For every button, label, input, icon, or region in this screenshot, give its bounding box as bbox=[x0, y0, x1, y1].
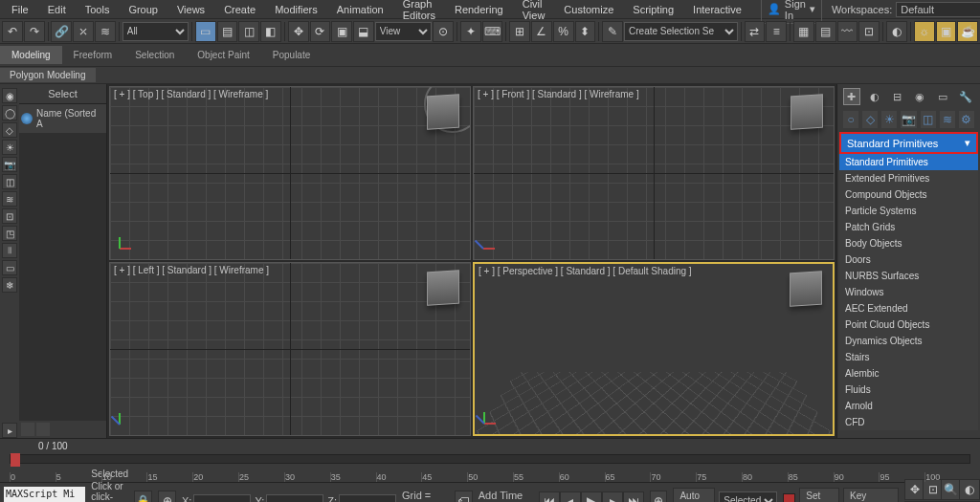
select-manipulate-button[interactable]: ✦ bbox=[460, 21, 481, 42]
time-ruler[interactable]: 0510152025303540455055606570758085909510… bbox=[0, 467, 980, 482]
fov-icon[interactable]: ◐ bbox=[959, 479, 980, 500]
snap-toggle-button[interactable]: ⊞ bbox=[509, 21, 530, 42]
viewport-persp-label[interactable]: [ + ] [ Perspective ] [ Standard ] [ Def… bbox=[479, 266, 692, 276]
list-item-standard-primitives[interactable]: Standard Primitives bbox=[839, 154, 978, 170]
render-setup-button[interactable]: ☼ bbox=[914, 21, 935, 42]
viewport-front[interactable]: [ + ] [ Front ] [ Standard ] [ Wireframe… bbox=[473, 86, 835, 260]
menu-scripting[interactable]: Scripting bbox=[625, 2, 681, 17]
menu-tools[interactable]: Tools bbox=[78, 2, 118, 17]
menu-civil-view[interactable]: Civil View bbox=[515, 0, 553, 23]
set-key-indicator[interactable] bbox=[783, 493, 795, 503]
scale-button[interactable]: ▣ bbox=[331, 21, 352, 42]
ref-coord-system[interactable]: View bbox=[375, 22, 432, 41]
list-item-doors[interactable]: Doors bbox=[839, 251, 978, 268]
create-tab[interactable]: ✚ bbox=[843, 88, 860, 105]
list-item-particle-systems[interactable]: Particle Systems bbox=[839, 203, 978, 219]
selection-filter[interactable]: All bbox=[122, 22, 189, 41]
angle-snap-button[interactable]: ∠ bbox=[531, 21, 552, 42]
display-frozen-icon[interactable]: ❄ bbox=[2, 277, 17, 293]
menu-edit[interactable]: Edit bbox=[40, 2, 74, 17]
primitive-type-dropdown[interactable]: Standard Primitives ▾ bbox=[839, 132, 978, 154]
list-item-compound-objects[interactable]: Compound Objects bbox=[839, 186, 978, 203]
select-object-button[interactable]: ▭ bbox=[195, 21, 216, 42]
use-pivot-button[interactable]: ⊙ bbox=[433, 21, 454, 42]
helpers-icon[interactable]: ◫ bbox=[921, 111, 936, 128]
bind-button[interactable]: ≋ bbox=[95, 21, 116, 42]
next-frame-button[interactable]: ▸ bbox=[602, 491, 623, 503]
list-item-stairs[interactable]: Stairs bbox=[839, 349, 978, 365]
display-groups-icon[interactable]: ⊡ bbox=[2, 208, 17, 224]
ribbon-tab-populate[interactable]: Populate bbox=[261, 46, 322, 64]
menu-interactive[interactable]: Interactive bbox=[685, 2, 749, 17]
link-button[interactable]: 🔗 bbox=[51, 21, 72, 42]
key-filters-button[interactable]: Key Filters... bbox=[843, 488, 899, 503]
time-tag-icon[interactable]: 🏷 bbox=[455, 491, 473, 503]
viewcube-left[interactable] bbox=[427, 270, 459, 306]
display-containers-icon[interactable]: ▭ bbox=[2, 260, 17, 275]
display-all-icon[interactable]: ◉ bbox=[2, 88, 17, 103]
polygon-modeling-tab[interactable]: Polygon Modeling bbox=[0, 68, 96, 82]
list-item-aec-extended[interactable]: AEC Extended bbox=[839, 300, 978, 316]
geometry-icon[interactable]: ○ bbox=[843, 111, 858, 128]
time-marker[interactable] bbox=[11, 453, 20, 467]
viewcube-top[interactable] bbox=[427, 94, 459, 130]
setkey-button[interactable]: Set Key bbox=[799, 488, 839, 503]
material-editor-button[interactable]: ◐ bbox=[886, 21, 907, 42]
maxscript-listener[interactable]: MAXScript Mi bbox=[4, 487, 85, 503]
render-production-button[interactable]: ☕ bbox=[957, 21, 978, 42]
percent-snap-button[interactable]: % bbox=[553, 21, 574, 42]
scroll-down-icon[interactable]: ▸ bbox=[2, 423, 17, 438]
curve-editor-button[interactable]: 〰 bbox=[837, 21, 858, 42]
placement-button[interactable]: ⬓ bbox=[353, 21, 374, 42]
viewcube-persp[interactable] bbox=[790, 271, 822, 307]
workspaces-select[interactable]: Default bbox=[896, 2, 980, 17]
viewport-front-label[interactable]: [ + ] [ Front ] [ Standard ] [ Wireframe… bbox=[478, 89, 639, 99]
viewport-perspective[interactable]: [ + ] [ Perspective ] [ Standard ] [ Def… bbox=[473, 262, 835, 436]
list-item-nurbs[interactable]: NURBS Surfaces bbox=[839, 268, 978, 284]
play-button[interactable]: ▶ bbox=[581, 491, 602, 503]
named-selection-sets[interactable]: Create Selection Se bbox=[624, 22, 738, 41]
display-shapes-icon[interactable]: ◇ bbox=[2, 122, 17, 138]
window-crossing-button[interactable]: ◧ bbox=[260, 21, 281, 42]
edit-named-sel-button[interactable]: ✎ bbox=[602, 21, 623, 42]
goto-end-button[interactable]: ⏭ bbox=[623, 491, 644, 503]
list-item-point-cloud[interactable]: Point Cloud Objects bbox=[839, 316, 978, 333]
view-mode-icon[interactable] bbox=[21, 423, 34, 436]
list-item-dynamics[interactable]: Dynamics Objects bbox=[839, 333, 978, 349]
add-time-tag[interactable]: Add Time Tag bbox=[479, 490, 533, 503]
ribbon-tab-modeling[interactable]: Modeling bbox=[0, 46, 62, 64]
hierarchy-tab[interactable]: ⊟ bbox=[889, 88, 906, 105]
time-slider[interactable] bbox=[10, 454, 970, 464]
abs-transform-icon[interactable]: ⊕ bbox=[158, 491, 176, 503]
menu-file[interactable]: File bbox=[4, 2, 36, 17]
ribbon-tab-selection[interactable]: Selection bbox=[123, 46, 186, 64]
viewport-left[interactable]: [ + ] [ Left ] [ Standard ] [ Wireframe … bbox=[109, 262, 471, 436]
display-spacewarps-icon[interactable]: ≋ bbox=[2, 191, 17, 207]
z-field[interactable] bbox=[339, 494, 396, 503]
spinner-snap-button[interactable]: ⬍ bbox=[575, 21, 596, 42]
list-item-fluids[interactable]: Fluids bbox=[839, 382, 978, 398]
viewport-top-label[interactable]: [ + ] [ Top ] [ Standard ] [ Wireframe ] bbox=[114, 89, 268, 99]
list-item-patch-grids[interactable]: Patch Grids bbox=[839, 219, 978, 235]
move-button[interactable]: ✥ bbox=[288, 21, 309, 42]
toggle-ribbon-button[interactable]: ▤ bbox=[815, 21, 836, 42]
menu-modifiers[interactable]: Modifiers bbox=[267, 2, 325, 17]
viewport-left-label[interactable]: [ + ] [ Left ] [ Standard ] [ Wireframe … bbox=[114, 265, 269, 275]
menu-rendering[interactable]: Rendering bbox=[447, 2, 511, 17]
display-tab[interactable]: ▭ bbox=[934, 88, 951, 105]
spacewarps-icon[interactable]: ≋ bbox=[940, 111, 955, 128]
cameras-icon[interactable]: 📷 bbox=[901, 111, 916, 128]
list-item-alembic[interactable]: Alembic bbox=[839, 365, 978, 382]
key-mode-icon[interactable]: ⊕ bbox=[650, 491, 668, 503]
menu-customize[interactable]: Customize bbox=[556, 2, 621, 17]
schematic-view-button[interactable]: ⊡ bbox=[858, 21, 880, 42]
menu-graph-editors[interactable]: Graph Editors bbox=[395, 0, 443, 23]
display-lights-icon[interactable]: ☀ bbox=[2, 140, 17, 155]
list-item-windows[interactable]: Windows bbox=[839, 284, 978, 300]
rotate-button[interactable]: ⟳ bbox=[310, 21, 331, 42]
lock-selection-icon[interactable]: 🔒 bbox=[134, 491, 152, 503]
display-xrefs-icon[interactable]: ◳ bbox=[2, 226, 17, 241]
menu-views[interactable]: Views bbox=[169, 2, 212, 17]
list-item-cfd[interactable]: CFD bbox=[839, 414, 978, 430]
motion-tab[interactable]: ◉ bbox=[912, 88, 929, 105]
